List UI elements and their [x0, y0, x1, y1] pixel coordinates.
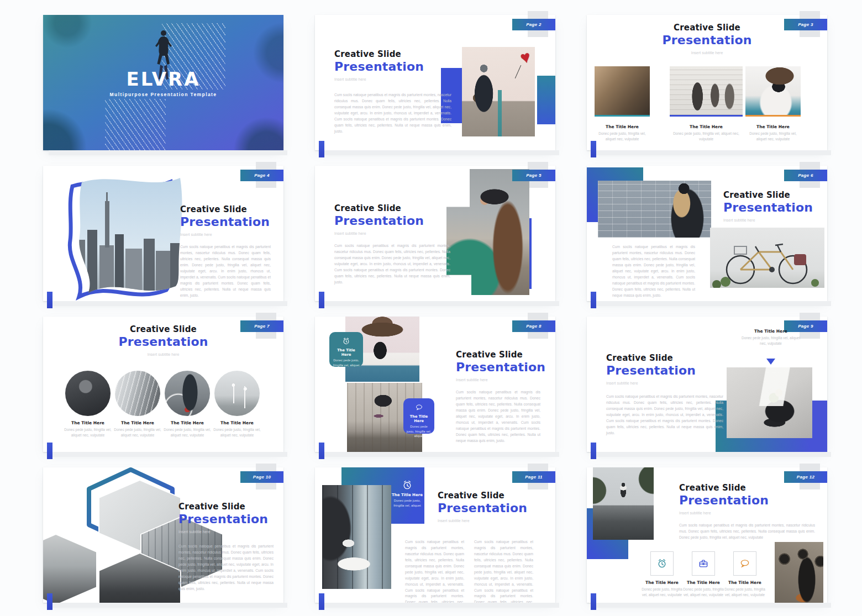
- caption-title: The Title Here: [111, 420, 164, 425]
- slide-kicker: Creative Slide: [438, 491, 527, 501]
- slide-5[interactable]: Creative Slide Presentation Insert subti…: [315, 166, 555, 301]
- corner-accent-bar: [319, 141, 324, 157]
- slide-3[interactable]: Creative Slide Presentation Insert subti…: [587, 15, 827, 150]
- corner-accent-bar: [47, 443, 52, 459]
- slide-1-cover[interactable]: ELVRA Multipurpose Presentation Template: [43, 15, 283, 150]
- slide-title: Presentation: [43, 335, 283, 349]
- body-text: Cum sociis natoque penatibus et magnis d…: [178, 544, 274, 592]
- body-text: Cum sociis natoque penatibus et magnis d…: [612, 244, 695, 298]
- slide-subtitle: Insert subtitle here: [438, 519, 527, 523]
- caption-text: Donec pede justo, fringilla vel, aliquet…: [742, 335, 800, 346]
- slide-12[interactable]: Creative Slide Presentation Insert subti…: [587, 467, 827, 603]
- caption-text: Donec pede justo, fringilla vel, aliquet…: [670, 131, 743, 142]
- heading-block: Creative Slide Presentation Insert subti…: [180, 204, 270, 236]
- cover-photo: ELVRA Multipurpose Presentation Template: [43, 15, 283, 150]
- caption-text: Donec pede justo, fringilla vel, aliquet…: [639, 587, 685, 598]
- city-photo-blob: [43, 168, 192, 301]
- info-card-teal: The Title Here Donec pede justo, fringil…: [329, 332, 363, 367]
- figure-caption: The Title Here Donec pede justo, fringil…: [211, 420, 264, 438]
- slide-4[interactable]: Creative Slide Presentation Insert subti…: [43, 166, 283, 301]
- slide-title: Presentation: [178, 512, 268, 526]
- photo-jumping-man: [593, 467, 654, 540]
- slide-subtitle: Insert subtitle here: [587, 51, 827, 55]
- slide-kicker: Creative Slide: [334, 203, 424, 213]
- slide-2[interactable]: Creative Slide Presentation Insert subti…: [315, 15, 555, 150]
- info-card-title: The Title Here: [406, 414, 432, 423]
- teal-rect-decoration: [537, 76, 555, 124]
- figure-caption: The Title Here Donec pede justo, fringil…: [111, 420, 164, 438]
- slide-kicker: Creative Slide: [334, 49, 424, 59]
- cover-subtitle: Multipurpose Presentation Template: [43, 92, 283, 97]
- caption-text: Donec pede justo, fringilla vel, aliquet…: [595, 131, 650, 142]
- slide-9[interactable]: Creative Slide Presentation Insert subti…: [587, 317, 827, 452]
- header-label-card: The Title Here Donec pede justo, fringil…: [391, 480, 423, 508]
- figure-card: [745, 66, 801, 117]
- slide-7[interactable]: Creative Slide Presentation Insert subti…: [43, 317, 283, 452]
- corner-accent-bar: [591, 292, 596, 308]
- slide-kicker: Creative Slide: [606, 353, 696, 363]
- feature-box-briefcase: [692, 551, 715, 576]
- bicycle-drawing: [710, 228, 824, 288]
- caption-title: The Title Here: [595, 124, 650, 129]
- heading-block: Creative Slide Presentation Insert subti…: [334, 49, 424, 81]
- slide-title: Presentation: [587, 33, 827, 47]
- feature-caption: The Title Here Donec pede justo, fringil…: [639, 580, 685, 598]
- caption-title: The Title Here: [742, 329, 800, 334]
- blue-accent-bar: [670, 115, 743, 117]
- photo-man-at-desk: [322, 485, 391, 589]
- speech-bubble-icon: [415, 403, 423, 412]
- page-badge: Page 4: [240, 170, 283, 181]
- diagonal-stripes-decoration: [105, 99, 166, 150]
- slide-title: Presentation: [180, 215, 270, 229]
- slide-kicker: Creative Slide: [43, 324, 283, 334]
- body-text: Cum sociis natoque penatibus et magnis d…: [180, 244, 271, 298]
- slide-8[interactable]: The Title Here Donec pede justo, fringil…: [315, 317, 555, 452]
- orange-accent-bar: [745, 115, 801, 117]
- info-card-title: The Title Here: [332, 348, 360, 357]
- heading-block: Creative Slide Presentation Insert subti…: [679, 483, 769, 515]
- heading-block: Creative Slide Presentation Insert subti…: [438, 491, 527, 523]
- heading-block: Creative Slide Presentation Insert subti…: [43, 324, 283, 356]
- slide-subtitle: Insert subtitle here: [43, 352, 283, 356]
- photo-circle-subway: [115, 371, 160, 416]
- caption-title: The Title Here: [211, 420, 264, 425]
- slide-10[interactable]: Creative Slide Presentation Insert subti…: [43, 467, 283, 603]
- cover-title: ELVRA: [43, 68, 283, 90]
- teal-accent-bar: [595, 115, 650, 117]
- template-preview-board: ELVRA Multipurpose Presentation Template…: [0, 0, 862, 616]
- slide-canvas: Creative Slide Presentation Insert subti…: [587, 15, 827, 150]
- slide-subtitle: Insert subtitle here: [334, 77, 424, 81]
- figure-card: [595, 66, 650, 117]
- slide-title: Presentation: [456, 360, 545, 374]
- body-text: Cum sociis natoque penatibus et magnis d…: [456, 389, 540, 444]
- photo-scarf-person: [598, 181, 711, 238]
- page-badge: Page 10: [240, 471, 283, 483]
- corner-accent-bar: [319, 292, 324, 308]
- page-badge: Page 2: [512, 19, 555, 30]
- corner-accent-bar: [47, 292, 52, 308]
- body-text-column-1: Cum sociis natoque penatibus et magnis d…: [405, 539, 464, 603]
- body-text-column-2: Cum sociis natoque penatibus et magnis d…: [474, 539, 533, 603]
- slide-title: Presentation: [438, 501, 527, 515]
- slide-subtitle: Insert subtitle here: [456, 378, 545, 382]
- corner-accent-bar: [591, 443, 596, 459]
- body-text: Cum sociis natoque penatibus et magnis d…: [334, 243, 450, 286]
- slide-canvas: The Title Here Donec pede justo, fringil…: [315, 467, 555, 603]
- corner-accent-bar: [47, 593, 52, 610]
- caption-title: The Title Here: [61, 420, 114, 425]
- slide-canvas: Creative Slide Presentation Insert subti…: [587, 166, 827, 301]
- speech-bubble-icon: [739, 558, 750, 569]
- slide-subtitle: Insert subtitle here: [723, 218, 813, 222]
- caption-title: The Title Here: [639, 580, 685, 585]
- photo-bicycle: [710, 228, 824, 288]
- slide-subtitle: Insert subtitle here: [334, 231, 424, 235]
- slide-6[interactable]: Creative Slide Presentation Insert subti…: [587, 166, 827, 301]
- caption-title: The Title Here: [680, 580, 727, 585]
- slide-kicker: Creative Slide: [180, 204, 270, 214]
- slide-11[interactable]: The Title Here Donec pede justo, fringil…: [315, 467, 555, 603]
- page-badge: Page 12: [784, 471, 827, 483]
- cover-text-block: ELVRA Multipurpose Presentation Template: [43, 68, 283, 97]
- figure-caption: The Title Here Donec pede justo, fringil…: [61, 420, 114, 438]
- feature-caption: The Title Here Donec pede justo, fringil…: [722, 580, 768, 598]
- corner-accent-bar: [319, 443, 324, 459]
